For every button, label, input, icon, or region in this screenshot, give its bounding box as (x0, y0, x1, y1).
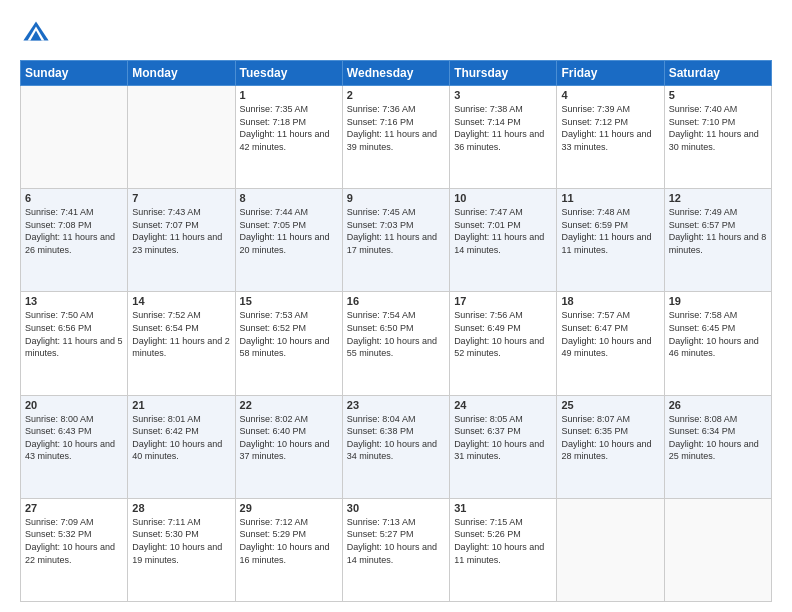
day-number: 1 (240, 89, 338, 101)
day-info: Sunrise: 7:50 AM Sunset: 6:56 PM Dayligh… (25, 309, 123, 359)
day-info: Sunrise: 7:54 AM Sunset: 6:50 PM Dayligh… (347, 309, 445, 359)
calendar-cell: 30Sunrise: 7:13 AM Sunset: 5:27 PM Dayli… (342, 498, 449, 601)
day-number: 14 (132, 295, 230, 307)
day-number: 13 (25, 295, 123, 307)
day-info: Sunrise: 8:01 AM Sunset: 6:42 PM Dayligh… (132, 413, 230, 463)
calendar-week-4: 20Sunrise: 8:00 AM Sunset: 6:43 PM Dayli… (21, 395, 772, 498)
day-number: 22 (240, 399, 338, 411)
day-number: 20 (25, 399, 123, 411)
day-number: 4 (561, 89, 659, 101)
day-number: 10 (454, 192, 552, 204)
calendar-cell: 2Sunrise: 7:36 AM Sunset: 7:16 PM Daylig… (342, 86, 449, 189)
calendar-week-2: 6Sunrise: 7:41 AM Sunset: 7:08 PM Daylig… (21, 189, 772, 292)
day-info: Sunrise: 7:38 AM Sunset: 7:14 PM Dayligh… (454, 103, 552, 153)
calendar-cell: 24Sunrise: 8:05 AM Sunset: 6:37 PM Dayli… (450, 395, 557, 498)
day-number: 6 (25, 192, 123, 204)
day-number: 8 (240, 192, 338, 204)
calendar-cell (21, 86, 128, 189)
calendar-cell: 26Sunrise: 8:08 AM Sunset: 6:34 PM Dayli… (664, 395, 771, 498)
day-number: 24 (454, 399, 552, 411)
day-info: Sunrise: 7:48 AM Sunset: 6:59 PM Dayligh… (561, 206, 659, 256)
calendar-cell (557, 498, 664, 601)
day-number: 23 (347, 399, 445, 411)
day-info: Sunrise: 7:40 AM Sunset: 7:10 PM Dayligh… (669, 103, 767, 153)
col-header-saturday: Saturday (664, 61, 771, 86)
day-info: Sunrise: 7:53 AM Sunset: 6:52 PM Dayligh… (240, 309, 338, 359)
day-info: Sunrise: 7:44 AM Sunset: 7:05 PM Dayligh… (240, 206, 338, 256)
col-header-monday: Monday (128, 61, 235, 86)
day-info: Sunrise: 7:09 AM Sunset: 5:32 PM Dayligh… (25, 516, 123, 566)
calendar-cell: 12Sunrise: 7:49 AM Sunset: 6:57 PM Dayli… (664, 189, 771, 292)
calendar-cell (128, 86, 235, 189)
day-number: 21 (132, 399, 230, 411)
calendar-cell: 29Sunrise: 7:12 AM Sunset: 5:29 PM Dayli… (235, 498, 342, 601)
day-number: 5 (669, 89, 767, 101)
header (20, 18, 772, 50)
day-number: 29 (240, 502, 338, 514)
calendar-cell: 8Sunrise: 7:44 AM Sunset: 7:05 PM Daylig… (235, 189, 342, 292)
col-header-friday: Friday (557, 61, 664, 86)
day-number: 15 (240, 295, 338, 307)
calendar-cell: 11Sunrise: 7:48 AM Sunset: 6:59 PM Dayli… (557, 189, 664, 292)
calendar-cell: 18Sunrise: 7:57 AM Sunset: 6:47 PM Dayli… (557, 292, 664, 395)
day-number: 31 (454, 502, 552, 514)
day-info: Sunrise: 7:39 AM Sunset: 7:12 PM Dayligh… (561, 103, 659, 153)
day-info: Sunrise: 7:41 AM Sunset: 7:08 PM Dayligh… (25, 206, 123, 256)
col-header-wednesday: Wednesday (342, 61, 449, 86)
day-number: 12 (669, 192, 767, 204)
day-info: Sunrise: 8:02 AM Sunset: 6:40 PM Dayligh… (240, 413, 338, 463)
day-info: Sunrise: 7:12 AM Sunset: 5:29 PM Dayligh… (240, 516, 338, 566)
day-info: Sunrise: 7:49 AM Sunset: 6:57 PM Dayligh… (669, 206, 767, 256)
calendar-cell: 17Sunrise: 7:56 AM Sunset: 6:49 PM Dayli… (450, 292, 557, 395)
calendar-cell: 25Sunrise: 8:07 AM Sunset: 6:35 PM Dayli… (557, 395, 664, 498)
calendar-cell: 7Sunrise: 7:43 AM Sunset: 7:07 PM Daylig… (128, 189, 235, 292)
calendar-cell: 19Sunrise: 7:58 AM Sunset: 6:45 PM Dayli… (664, 292, 771, 395)
day-number: 2 (347, 89, 445, 101)
day-number: 25 (561, 399, 659, 411)
calendar-header-row: SundayMondayTuesdayWednesdayThursdayFrid… (21, 61, 772, 86)
day-info: Sunrise: 7:15 AM Sunset: 5:26 PM Dayligh… (454, 516, 552, 566)
logo (20, 18, 54, 50)
day-number: 30 (347, 502, 445, 514)
calendar-week-5: 27Sunrise: 7:09 AM Sunset: 5:32 PM Dayli… (21, 498, 772, 601)
day-info: Sunrise: 7:57 AM Sunset: 6:47 PM Dayligh… (561, 309, 659, 359)
day-info: Sunrise: 8:04 AM Sunset: 6:38 PM Dayligh… (347, 413, 445, 463)
calendar-cell: 21Sunrise: 8:01 AM Sunset: 6:42 PM Dayli… (128, 395, 235, 498)
day-info: Sunrise: 7:43 AM Sunset: 7:07 PM Dayligh… (132, 206, 230, 256)
day-number: 18 (561, 295, 659, 307)
day-info: Sunrise: 7:58 AM Sunset: 6:45 PM Dayligh… (669, 309, 767, 359)
day-info: Sunrise: 7:13 AM Sunset: 5:27 PM Dayligh… (347, 516, 445, 566)
calendar-cell: 22Sunrise: 8:02 AM Sunset: 6:40 PM Dayli… (235, 395, 342, 498)
calendar-cell: 4Sunrise: 7:39 AM Sunset: 7:12 PM Daylig… (557, 86, 664, 189)
calendar-cell: 10Sunrise: 7:47 AM Sunset: 7:01 PM Dayli… (450, 189, 557, 292)
day-info: Sunrise: 7:35 AM Sunset: 7:18 PM Dayligh… (240, 103, 338, 153)
calendar-cell: 5Sunrise: 7:40 AM Sunset: 7:10 PM Daylig… (664, 86, 771, 189)
calendar-cell: 27Sunrise: 7:09 AM Sunset: 5:32 PM Dayli… (21, 498, 128, 601)
day-info: Sunrise: 8:00 AM Sunset: 6:43 PM Dayligh… (25, 413, 123, 463)
calendar-cell: 31Sunrise: 7:15 AM Sunset: 5:26 PM Dayli… (450, 498, 557, 601)
calendar-cell: 1Sunrise: 7:35 AM Sunset: 7:18 PM Daylig… (235, 86, 342, 189)
col-header-tuesday: Tuesday (235, 61, 342, 86)
calendar-cell: 16Sunrise: 7:54 AM Sunset: 6:50 PM Dayli… (342, 292, 449, 395)
day-number: 17 (454, 295, 552, 307)
calendar-cell: 3Sunrise: 7:38 AM Sunset: 7:14 PM Daylig… (450, 86, 557, 189)
calendar-cell: 15Sunrise: 7:53 AM Sunset: 6:52 PM Dayli… (235, 292, 342, 395)
calendar-cell (664, 498, 771, 601)
logo-icon (22, 18, 50, 46)
calendar-week-1: 1Sunrise: 7:35 AM Sunset: 7:18 PM Daylig… (21, 86, 772, 189)
page: SundayMondayTuesdayWednesdayThursdayFrid… (0, 0, 792, 612)
calendar-cell: 23Sunrise: 8:04 AM Sunset: 6:38 PM Dayli… (342, 395, 449, 498)
calendar-cell: 13Sunrise: 7:50 AM Sunset: 6:56 PM Dayli… (21, 292, 128, 395)
calendar-cell: 14Sunrise: 7:52 AM Sunset: 6:54 PM Dayli… (128, 292, 235, 395)
day-number: 27 (25, 502, 123, 514)
day-info: Sunrise: 8:08 AM Sunset: 6:34 PM Dayligh… (669, 413, 767, 463)
day-number: 11 (561, 192, 659, 204)
day-number: 3 (454, 89, 552, 101)
day-number: 9 (347, 192, 445, 204)
calendar-table: SundayMondayTuesdayWednesdayThursdayFrid… (20, 60, 772, 602)
col-header-sunday: Sunday (21, 61, 128, 86)
calendar-cell: 9Sunrise: 7:45 AM Sunset: 7:03 PM Daylig… (342, 189, 449, 292)
day-info: Sunrise: 7:11 AM Sunset: 5:30 PM Dayligh… (132, 516, 230, 566)
day-info: Sunrise: 7:52 AM Sunset: 6:54 PM Dayligh… (132, 309, 230, 359)
day-number: 7 (132, 192, 230, 204)
